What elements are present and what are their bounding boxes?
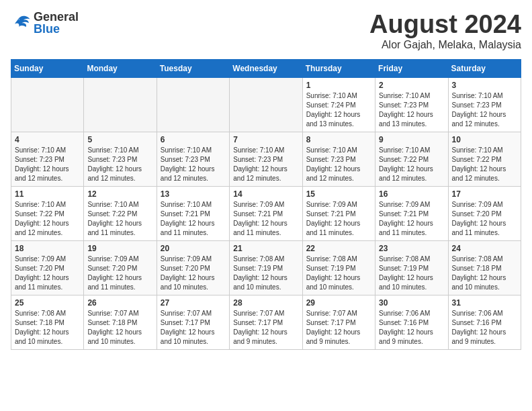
day-info: Sunrise: 7:09 AM Sunset: 7:21 PM Dayligh…	[306, 200, 371, 238]
calendar-cell: 26Sunrise: 7:07 AM Sunset: 7:18 PM Dayli…	[84, 295, 157, 349]
day-number: 3	[452, 81, 517, 90]
day-info: Sunrise: 7:10 AM Sunset: 7:23 PM Dayligh…	[306, 146, 371, 183]
calendar-week-5: 25Sunrise: 7:08 AM Sunset: 7:18 PM Dayli…	[11, 295, 521, 349]
day-number: 20	[161, 244, 226, 253]
calendar-cell: 28Sunrise: 7:07 AM Sunset: 7:17 PM Dayli…	[230, 295, 302, 349]
day-number: 29	[306, 298, 371, 308]
calendar-cell: 25Sunrise: 7:08 AM Sunset: 7:18 PM Dayli…	[11, 295, 84, 349]
calendar-week-3: 11Sunrise: 7:10 AM Sunset: 7:22 PM Dayli…	[11, 186, 521, 240]
calendar-cell: 10Sunrise: 7:10 AM Sunset: 7:22 PM Dayli…	[448, 132, 521, 186]
day-number: 22	[306, 244, 371, 253]
calendar-cell: 16Sunrise: 7:09 AM Sunset: 7:21 PM Dayli…	[375, 186, 448, 240]
day-number: 9	[379, 135, 444, 144]
calendar-cell: 9Sunrise: 7:10 AM Sunset: 7:22 PM Daylig…	[375, 132, 448, 186]
day-number: 18	[15, 244, 80, 253]
day-info: Sunrise: 7:10 AM Sunset: 7:23 PM Dayligh…	[161, 146, 226, 183]
calendar-cell	[11, 77, 84, 132]
calendar-cell: 8Sunrise: 7:10 AM Sunset: 7:23 PM Daylig…	[302, 132, 375, 186]
calendar-cell: 19Sunrise: 7:09 AM Sunset: 7:20 PM Dayli…	[84, 240, 157, 295]
day-number: 12	[87, 189, 152, 199]
day-info: Sunrise: 7:07 AM Sunset: 7:17 PM Dayligh…	[161, 309, 226, 347]
day-info: Sunrise: 7:09 AM Sunset: 7:20 PM Dayligh…	[87, 255, 152, 292]
day-info: Sunrise: 7:10 AM Sunset: 7:22 PM Dayligh…	[379, 146, 444, 183]
day-info: Sunrise: 7:09 AM Sunset: 7:21 PM Dayligh…	[379, 200, 444, 238]
calendar-cell: 12Sunrise: 7:10 AM Sunset: 7:22 PM Dayli…	[84, 186, 157, 240]
calendar-cell: 18Sunrise: 7:09 AM Sunset: 7:20 PM Dayli…	[11, 240, 84, 295]
day-number: 1	[306, 81, 371, 90]
day-number: 31	[452, 298, 517, 308]
calendar-table: Sunday Monday Tuesday Wednesday Thursday…	[11, 59, 521, 350]
day-info: Sunrise: 7:10 AM Sunset: 7:23 PM Dayligh…	[87, 146, 152, 183]
calendar-cell: 11Sunrise: 7:10 AM Sunset: 7:22 PM Dayli…	[11, 186, 84, 240]
calendar-cell: 30Sunrise: 7:06 AM Sunset: 7:16 PM Dayli…	[375, 295, 448, 349]
day-number: 24	[452, 244, 517, 253]
day-info: Sunrise: 7:10 AM Sunset: 7:21 PM Dayligh…	[161, 200, 226, 238]
calendar-cell: 22Sunrise: 7:08 AM Sunset: 7:19 PM Dayli…	[302, 240, 375, 295]
day-number: 13	[161, 189, 226, 199]
day-info: Sunrise: 7:07 AM Sunset: 7:18 PM Dayligh…	[87, 309, 152, 347]
col-monday: Monday	[84, 59, 157, 77]
day-number: 27	[161, 298, 226, 308]
header: General Blue August 2024 Alor Gajah, Mel…	[11, 11, 521, 51]
col-saturday: Saturday	[448, 59, 521, 77]
col-thursday: Thursday	[302, 59, 375, 77]
calendar-cell: 4Sunrise: 7:10 AM Sunset: 7:23 PM Daylig…	[11, 132, 84, 186]
logo: General Blue	[11, 11, 79, 35]
logo-name: General Blue	[34, 11, 79, 35]
day-number: 7	[233, 135, 298, 144]
day-number: 28	[233, 298, 298, 308]
day-number: 15	[306, 189, 371, 199]
day-info: Sunrise: 7:08 AM Sunset: 7:19 PM Dayligh…	[233, 255, 298, 292]
day-info: Sunrise: 7:09 AM Sunset: 7:21 PM Dayligh…	[233, 200, 298, 238]
day-number: 14	[233, 189, 298, 199]
calendar-cell: 6Sunrise: 7:10 AM Sunset: 7:23 PM Daylig…	[157, 132, 229, 186]
calendar-cell: 15Sunrise: 7:09 AM Sunset: 7:21 PM Dayli…	[302, 186, 375, 240]
day-number: 25	[15, 298, 80, 308]
calendar-cell: 5Sunrise: 7:10 AM Sunset: 7:23 PM Daylig…	[84, 132, 157, 186]
calendar-cell: 23Sunrise: 7:08 AM Sunset: 7:19 PM Dayli…	[375, 240, 448, 295]
day-number: 5	[87, 135, 152, 144]
day-info: Sunrise: 7:08 AM Sunset: 7:19 PM Dayligh…	[379, 255, 444, 292]
col-tuesday: Tuesday	[157, 59, 229, 77]
day-number: 21	[233, 244, 298, 253]
day-info: Sunrise: 7:06 AM Sunset: 7:16 PM Dayligh…	[452, 309, 517, 347]
day-number: 17	[452, 189, 517, 199]
col-friday: Friday	[375, 59, 448, 77]
day-info: Sunrise: 7:10 AM Sunset: 7:22 PM Dayligh…	[452, 146, 517, 183]
calendar-cell: 3Sunrise: 7:10 AM Sunset: 7:23 PM Daylig…	[448, 77, 521, 132]
day-info: Sunrise: 7:07 AM Sunset: 7:17 PM Dayligh…	[233, 309, 298, 347]
calendar-cell: 17Sunrise: 7:09 AM Sunset: 7:20 PM Dayli…	[448, 186, 521, 240]
logo-general-text: General	[34, 11, 79, 23]
day-info: Sunrise: 7:09 AM Sunset: 7:20 PM Dayligh…	[452, 200, 517, 238]
day-info: Sunrise: 7:10 AM Sunset: 7:23 PM Dayligh…	[233, 146, 298, 183]
day-info: Sunrise: 7:10 AM Sunset: 7:22 PM Dayligh…	[87, 200, 152, 238]
day-number: 11	[15, 189, 80, 199]
day-number: 6	[161, 135, 226, 144]
day-number: 8	[306, 135, 371, 144]
day-number: 2	[379, 81, 444, 90]
day-info: Sunrise: 7:10 AM Sunset: 7:23 PM Dayligh…	[379, 91, 444, 129]
logo-icon	[11, 14, 31, 32]
calendar-week-1: 1Sunrise: 7:10 AM Sunset: 7:24 PM Daylig…	[11, 77, 521, 132]
calendar-week-4: 18Sunrise: 7:09 AM Sunset: 7:20 PM Dayli…	[11, 240, 521, 295]
calendar-cell	[157, 77, 229, 132]
calendar-cell: 27Sunrise: 7:07 AM Sunset: 7:17 PM Dayli…	[157, 295, 229, 349]
calendar-cell	[230, 77, 302, 132]
calendar-week-2: 4Sunrise: 7:10 AM Sunset: 7:23 PM Daylig…	[11, 132, 521, 186]
calendar-cell: 13Sunrise: 7:10 AM Sunset: 7:21 PM Dayli…	[157, 186, 229, 240]
col-sunday: Sunday	[11, 59, 84, 77]
calendar-cell: 1Sunrise: 7:10 AM Sunset: 7:24 PM Daylig…	[302, 77, 375, 132]
calendar-cell: 14Sunrise: 7:09 AM Sunset: 7:21 PM Dayli…	[230, 186, 302, 240]
calendar-cell: 29Sunrise: 7:07 AM Sunset: 7:17 PM Dayli…	[302, 295, 375, 349]
calendar-cell: 21Sunrise: 7:08 AM Sunset: 7:19 PM Dayli…	[230, 240, 302, 295]
calendar-cell: 20Sunrise: 7:09 AM Sunset: 7:20 PM Dayli…	[157, 240, 229, 295]
day-info: Sunrise: 7:08 AM Sunset: 7:18 PM Dayligh…	[452, 255, 517, 292]
day-info: Sunrise: 7:10 AM Sunset: 7:24 PM Dayligh…	[306, 91, 371, 129]
col-wednesday: Wednesday	[230, 59, 302, 77]
day-number: 4	[15, 135, 80, 144]
title-section: August 2024 Alor Gajah, Melaka, Malaysia	[369, 11, 521, 51]
day-number: 16	[379, 189, 444, 199]
day-info: Sunrise: 7:08 AM Sunset: 7:19 PM Dayligh…	[306, 255, 371, 292]
logo-blue-text: Blue	[34, 23, 79, 35]
day-number: 10	[452, 135, 517, 144]
